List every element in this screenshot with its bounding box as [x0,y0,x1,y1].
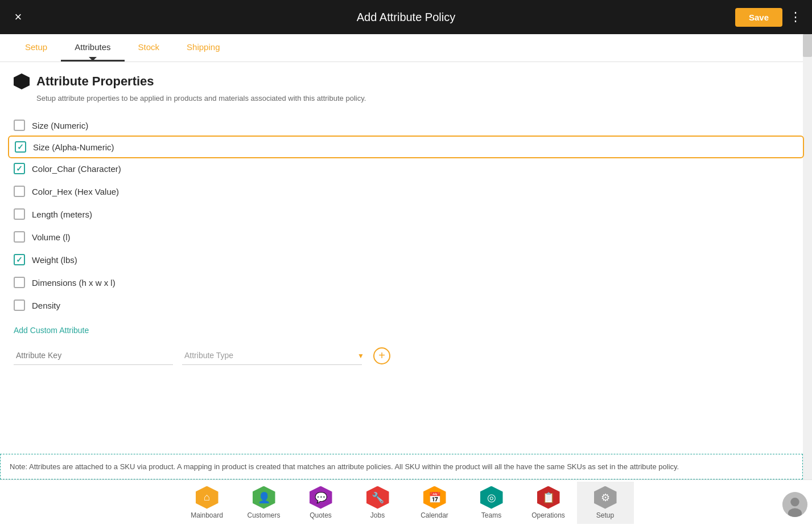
nav-item-teams[interactable]: ◎Teams [463,482,520,524]
teams-icon: ◎ [480,486,503,509]
tab-setup[interactable]: Setup [11,34,61,61]
save-button[interactable]: Save [735,8,782,27]
nav-label-teams: Teams [481,511,501,519]
attribute-label-weight-lbs: Weight (lbs) [32,255,77,265]
nav-item-quotes[interactable]: 💬Quotes [292,482,349,524]
tab-attributes[interactable]: Attributes [61,34,124,61]
attribute-key-input[interactable] [14,346,173,365]
nav-label-operations: Operations [531,511,565,519]
attribute-label-color-hex: Color_Hex (Hex Value) [32,187,119,196]
checkbox-size-numeric[interactable] [14,120,25,131]
note-text: Note: Attributes are attached to a SKU v… [10,462,679,471]
setup-icon: ⚙ [594,486,617,509]
attribute-label-length-meters: Length (meters) [32,210,92,219]
tab-stock[interactable]: Stock [125,34,174,61]
attribute-item-color-hex: Color_Hex (Hex Value) [14,180,798,203]
nav-label-setup: Setup [596,511,614,519]
section-title: Attribute Properties [36,74,154,89]
checkbox-density[interactable] [14,300,25,311]
content-area: Attribute Properties Setup attribute pro… [0,62,812,476]
section-header: Attribute Properties [14,73,798,89]
nav-label-quotes: Quotes [310,511,332,519]
close-button[interactable]: × [9,8,27,26]
attribute-label-volume-l: Volume (l) [32,232,71,242]
jobs-icon: 🔧 [366,486,389,509]
section-description: Setup attribute properties to be applied… [14,94,798,102]
attribute-label-color-char: Color_Char (Character) [32,164,121,174]
svg-point-1 [790,498,799,506]
attribute-item-size-numeric: Size (Numeric) [14,114,798,137]
checkbox-color-char[interactable] [14,163,25,174]
checkbox-length-meters[interactable] [14,208,25,220]
nav-item-customers[interactable]: 👤Customers [236,482,292,524]
add-custom-attribute[interactable]: Add Custom Attribute [14,326,798,335]
nav-item-calendar[interactable]: 📅Calendar [406,482,463,524]
customers-icon: 👤 [253,486,275,509]
checkbox-weight-lbs[interactable] [14,254,25,265]
nav-label-jobs: Jobs [370,511,385,519]
attribute-item-color-char: Color_Char (Character) [14,157,798,180]
attribute-item-weight-lbs: Weight (lbs) [14,248,798,271]
header-actions: Save ⋮ [735,8,803,27]
custom-attribute-row: Attribute Type ▼ + [14,346,798,365]
section-icon [14,73,30,89]
checkbox-volume-l[interactable] [14,231,25,243]
attribute-item-density: Density [14,294,798,317]
more-options-button[interactable]: ⋮ [789,10,803,24]
nav-item-setup[interactable]: ⚙Setup [577,482,634,524]
nav-label-customers: Customers [247,511,280,519]
tab-bar: SetupAttributesStockShipping [0,34,812,62]
add-attribute-button[interactable]: + [373,347,390,364]
operations-icon: 📋 [537,486,560,509]
bottom-nav: ⌂Mainboard👤Customers💬Quotes🔧Jobs📅Calenda… [0,479,812,525]
chevron-down-icon: ▼ [357,352,364,360]
attribute-type-select[interactable]: Attribute Type [182,346,362,365]
add-custom-label: Add Custom Attribute [14,326,89,335]
attribute-item-volume-l: Volume (l) [14,225,798,248]
attribute-label-size-alpha-numeric: Size (Alpha-Numeric) [33,142,114,152]
attribute-item-length-meters: Length (meters) [14,203,798,225]
calendar-icon: 📅 [423,486,446,509]
nav-item-jobs[interactable]: 🔧Jobs [349,482,406,524]
attribute-type-wrapper: Attribute Type ▼ [182,346,364,365]
attribute-item-dimensions: Dimensions (h x w x l) [14,271,798,294]
checkbox-size-alpha-numeric[interactable] [15,141,26,153]
scrollbar-thumb[interactable] [803,34,812,57]
attribute-label-density: Density [32,301,60,310]
page-title: Add Attribute Policy [357,11,455,24]
quotes-icon: 💬 [310,486,332,509]
nav-label-calendar: Calendar [421,511,448,519]
mainboard-icon: ⌂ [196,486,219,509]
attribute-item-size-alpha-numeric: Size (Alpha-Numeric) [8,136,804,158]
nav-item-mainboard[interactable]: ⌂Mainboard [179,482,236,524]
checkbox-color-hex[interactable] [14,186,25,197]
note-bar: Note: Attributes are attached to a SKU v… [0,454,803,479]
checkbox-dimensions[interactable] [14,277,25,288]
attribute-label-size-numeric: Size (Numeric) [32,121,88,130]
avatar[interactable] [782,492,807,517]
attribute-label-dimensions: Dimensions (h x w x l) [32,278,116,288]
nav-label-mainboard: Mainboard [191,511,223,519]
header: × Add Attribute Policy Save ⋮ [0,0,812,34]
nav-item-operations[interactable]: 📋Operations [520,482,577,524]
tab-shipping[interactable]: Shipping [173,34,233,61]
attribute-list: Size (Numeric)Size (Alpha-Numeric)Color_… [14,114,798,317]
